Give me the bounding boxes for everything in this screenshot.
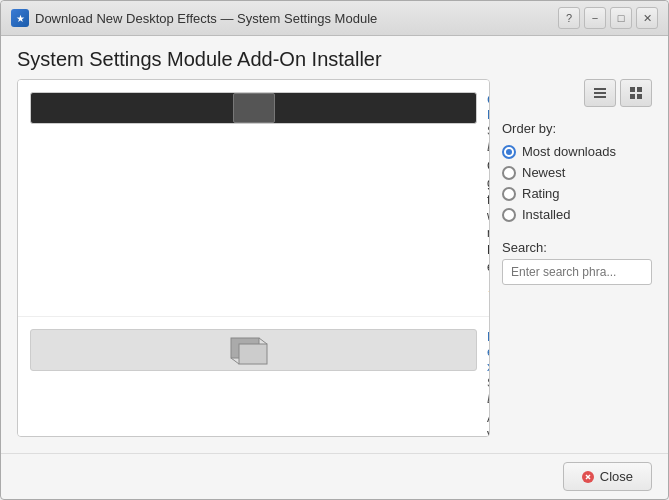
order-by-section: Order by: Most downloads Newest Rating I…	[502, 121, 652, 224]
maximize-button[interactable]: □	[610, 7, 632, 29]
svg-rect-14	[637, 94, 642, 99]
addon-list[interactable]: Grayscale Effect Size: 2,0 KiB By murat-…	[17, 79, 490, 437]
order-by-label: Order by:	[502, 121, 652, 136]
addon-info-maximize-xrender: Maximize effect for xrender Size: 2,0 Ki…	[487, 329, 490, 437]
main-content: Grayscale Effect Size: 2,0 KiB By murat-…	[1, 79, 668, 453]
addon-item-maximize-xrender: Maximize effect for xrender Size: 2,0 Ki…	[18, 317, 489, 437]
main-window: ★ Download New Desktop Effects — System …	[0, 0, 669, 500]
radio-most-downloads[interactable]	[502, 145, 516, 159]
window-title: Download New Desktop Effects — System Se…	[35, 11, 377, 26]
addon-item-grayscale: Grayscale Effect Size: 2,0 KiB By murat-…	[18, 80, 489, 317]
order-installed[interactable]: Installed	[502, 205, 652, 224]
order-rating-label: Rating	[522, 186, 560, 201]
addon-thumbnail-grayscale	[30, 92, 477, 124]
addon-thumbnail-maximize-xrender	[30, 329, 477, 371]
svg-line-3	[231, 358, 239, 364]
title-bar-left: ★ Download New Desktop Effects — System …	[11, 9, 377, 27]
page-title: System Settings Module Add-On Installer	[1, 36, 668, 79]
grid-view-button[interactable]	[620, 79, 652, 107]
svg-rect-11	[630, 87, 635, 92]
search-section: Search:	[502, 240, 652, 285]
title-bar: ★ Download New Desktop Effects — System …	[1, 1, 668, 36]
addon-size-grayscale: Size: 2,0 KiB	[487, 124, 490, 138]
addon-info-grayscale: Grayscale Effect Size: 2,0 KiB By murat-…	[487, 92, 490, 304]
addon-stars-grayscale: ★★★★☆	[487, 282, 490, 304]
list-view-button[interactable]	[584, 79, 616, 107]
svg-rect-8	[594, 88, 606, 90]
radio-installed[interactable]	[502, 208, 516, 222]
addon-title-grayscale[interactable]: Grayscale Effect	[487, 92, 490, 122]
right-panel: Order by: Most downloads Newest Rating I…	[502, 79, 652, 437]
close-window-button[interactable]: ✕	[636, 7, 658, 29]
title-bar-controls: ? − □ ✕	[558, 7, 658, 29]
order-most-downloads[interactable]: Most downloads	[502, 142, 652, 161]
addon-desc-maximize-xrender: A modified version of the default maximi…	[487, 410, 490, 437]
search-input[interactable]	[502, 259, 652, 285]
order-newest-label: Newest	[522, 165, 565, 180]
order-rating[interactable]: Rating	[502, 184, 652, 203]
svg-rect-13	[630, 94, 635, 99]
search-label: Search:	[502, 240, 652, 255]
radio-rating[interactable]	[502, 187, 516, 201]
svg-rect-9	[594, 92, 606, 94]
order-most-downloads-label: Most downloads	[522, 144, 616, 159]
addon-desc-grayscale: Configurable grayscale effect for KWin w…	[487, 158, 490, 276]
addon-author-maximize-xrender: By koko2k	[487, 392, 490, 406]
view-toggle	[502, 79, 652, 107]
order-installed-label: Installed	[522, 207, 570, 222]
help-button[interactable]: ?	[558, 7, 580, 29]
close-dot-icon	[582, 471, 594, 483]
close-button[interactable]: Close	[563, 462, 652, 491]
svg-line-2	[259, 338, 267, 344]
order-newest[interactable]: Newest	[502, 163, 652, 182]
minimize-button[interactable]: −	[584, 7, 606, 29]
addon-size-maximize-xrender: Size: 2,0 KiB	[487, 376, 490, 390]
svg-rect-12	[637, 87, 642, 92]
svg-rect-1	[239, 344, 267, 364]
close-label: Close	[600, 469, 633, 484]
addon-author-grayscale: By murat-cileli	[487, 140, 490, 154]
app-icon: ★	[11, 9, 29, 27]
addon-title-maximize-xrender[interactable]: Maximize effect for xrender	[487, 329, 490, 374]
footer: Close	[1, 453, 668, 499]
svg-rect-10	[594, 96, 606, 98]
radio-newest[interactable]	[502, 166, 516, 180]
